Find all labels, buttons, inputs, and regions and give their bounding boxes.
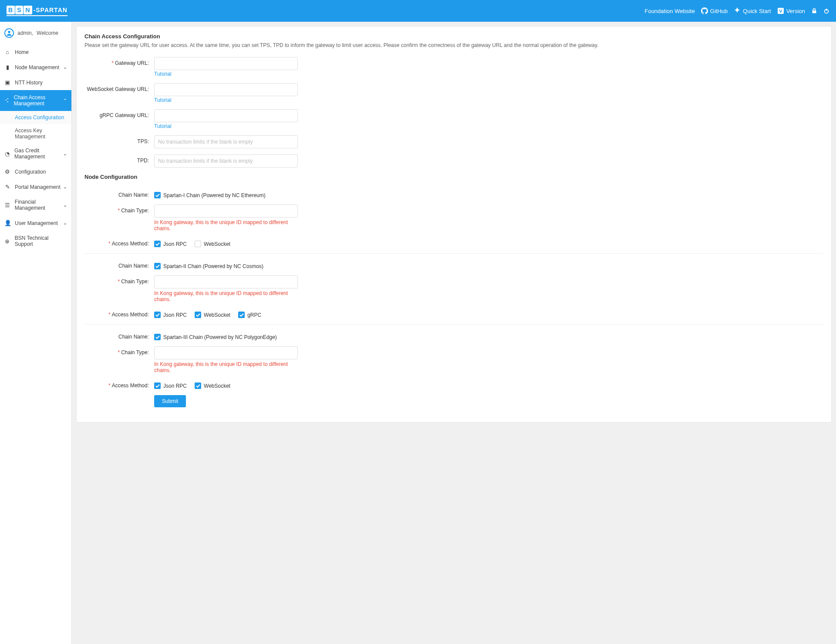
chain2-grpc-checkbox[interactable] (238, 312, 245, 318)
chain1-jsonrpc-checkbox[interactable] (154, 241, 161, 247)
sidebar-item-label: Access Configuration (15, 114, 64, 121)
field-label: Chain Type: (121, 278, 149, 285)
github-icon (701, 7, 708, 14)
edit-icon: ✎ (4, 184, 10, 190)
field-label: gRPC Gateway URL: (100, 112, 149, 118)
share-icon: ⠪ (4, 97, 10, 104)
grpc-gateway-url-input[interactable] (154, 109, 298, 122)
nav-label: GitHub (710, 8, 728, 14)
chain2-type-input[interactable] (154, 275, 298, 288)
sidebar-item-financial[interactable]: ☰Financial Management⌄ (0, 195, 71, 215)
nav-label: Foundation Website (644, 8, 694, 14)
sidebar-item-home[interactable]: ⌂Home (0, 44, 71, 60)
field-label: TPS: (137, 138, 149, 144)
sidebar-item-label: BSN Technical Support (15, 235, 67, 247)
sidebar-item-label: Configuration (15, 169, 46, 175)
chain1-websocket-checkbox[interactable] (195, 241, 201, 247)
tutorial-link[interactable]: Tutorial (154, 97, 172, 103)
nav-foundation[interactable]: Foundation Website (644, 8, 694, 14)
chain3-jsonrpc-checkbox[interactable] (154, 382, 161, 389)
sidebar-item-label: Gas Credit Management (14, 148, 67, 160)
sidebar-subitem-access-config[interactable]: Access Configuration (0, 111, 71, 124)
sidebar-item-label: NTT History (15, 80, 43, 86)
money-icon: ▣ (4, 79, 10, 86)
power-icon[interactable] (823, 8, 829, 14)
sidebar-item-chain-access[interactable]: ⠪Chain Access Management⌃ (0, 90, 71, 111)
field-label: Chain Name: (118, 334, 149, 340)
checkbox-label: Spartan-III Chain (Powered by NC Polygon… (163, 334, 277, 340)
tps-input[interactable] (154, 135, 298, 148)
gear-icon: ⚙ (4, 168, 10, 175)
sidebar-item-node-management[interactable]: ▮Node Management⌄ (0, 60, 71, 75)
divider (84, 324, 823, 325)
checkbox-label: WebSocket (204, 241, 230, 247)
user-welcome: Welcome (37, 30, 58, 36)
sidebar-item-gas-credit[interactable]: ◔Gas Credit Management⌄ (0, 143, 71, 164)
field-label: Access Method: (112, 241, 149, 247)
divider (84, 253, 823, 254)
rocket-icon (734, 7, 741, 14)
sidebar-item-portal[interactable]: ✎Portal Management⌄ (0, 179, 71, 195)
chain3-checkbox[interactable] (154, 334, 161, 340)
lock-icon[interactable] (811, 8, 817, 14)
svg-point-3 (8, 31, 10, 33)
field-hint: In Kong gateway, this is the unique ID m… (154, 219, 298, 231)
submit-button[interactable]: Submit (154, 395, 186, 407)
nav-version[interactable]: Version (777, 7, 805, 14)
nav-github[interactable]: GitHub (701, 7, 728, 14)
user-block: admin, Welcome (0, 22, 71, 44)
sidebar-item-label: User Management (15, 220, 58, 226)
credit-icon: ◔ (4, 151, 10, 157)
chain2-websocket-checkbox[interactable] (195, 312, 201, 318)
chevron-up-icon: ⌃ (63, 98, 67, 104)
chain3-websocket-checkbox[interactable] (195, 382, 201, 389)
field-label: Chain Type: (121, 208, 149, 214)
checkbox-label: Json RPC (163, 312, 187, 318)
nav-quick-start[interactable]: Quick Start (734, 7, 771, 14)
server-icon: ▮ (4, 64, 10, 70)
user-name: admin, (17, 30, 33, 36)
sidebar-item-label: Financial Management (15, 199, 67, 211)
ws-gateway-url-input[interactable] (154, 83, 298, 96)
sidebar-subitem-access-key[interactable]: Access Key Management (0, 124, 71, 143)
section-title: Chain Access Configuration (84, 33, 823, 40)
field-label: Chain Name: (118, 263, 149, 269)
sidebar-item-support[interactable]: ⊕BSN Technical Support (0, 231, 71, 252)
top-bar: B S N -SPARTAN Foundation Website GitHub… (0, 0, 836, 22)
sidebar-item-ntt-history[interactable]: ▣NTT History (0, 75, 71, 90)
chain2-checkbox[interactable] (154, 263, 161, 269)
section-description: Please set the gateway URL for user acce… (84, 42, 823, 48)
tutorial-link[interactable]: Tutorial (154, 71, 172, 77)
main-panel: Chain Access Configuration Please set th… (76, 26, 832, 423)
checkbox-label: WebSocket (204, 383, 230, 389)
svg-rect-0 (778, 8, 784, 14)
sidebar-item-user-mgmt[interactable]: 👤User Management⌄ (0, 215, 71, 231)
chain3-type-input[interactable] (154, 346, 298, 359)
tutorial-link[interactable]: Tutorial (154, 123, 172, 129)
sidebar-item-label: Access Key Management (15, 127, 45, 140)
sidebar-item-label: Chain Access Management (14, 94, 67, 107)
chain1-type-input[interactable] (154, 205, 298, 218)
nav-label: Version (786, 8, 805, 14)
field-label: Access Method: (112, 312, 149, 318)
sidebar-item-label: Home (15, 49, 29, 55)
field-label: Gateway URL: (115, 60, 149, 66)
sidebar-item-configuration[interactable]: ⚙Configuration (0, 164, 71, 179)
chain2-jsonrpc-checkbox[interactable] (154, 312, 161, 318)
field-label: Chain Name: (118, 192, 149, 198)
chain1-checkbox[interactable] (154, 192, 161, 198)
field-hint: In Kong gateway, this is the unique ID m… (154, 361, 298, 373)
card-icon: ☰ (4, 202, 10, 208)
checkbox-label: Spartan-I Chain (Powered by NC Ethereum) (163, 192, 266, 198)
home-icon: ⌂ (4, 49, 10, 55)
chevron-down-icon: ⌄ (63, 64, 67, 70)
field-label: WebSocket Gateway URL: (87, 86, 149, 92)
gateway-url-input[interactable] (154, 57, 298, 70)
user-icon: 👤 (4, 220, 10, 226)
field-hint: In Kong gateway, this is the unique ID m… (154, 290, 298, 302)
logo-letter: N (24, 6, 32, 14)
chevron-down-icon: ⌄ (63, 220, 67, 226)
logo[interactable]: B S N -SPARTAN (7, 0, 67, 22)
field-label: TPD: (137, 158, 149, 164)
tpd-input[interactable] (154, 154, 298, 168)
